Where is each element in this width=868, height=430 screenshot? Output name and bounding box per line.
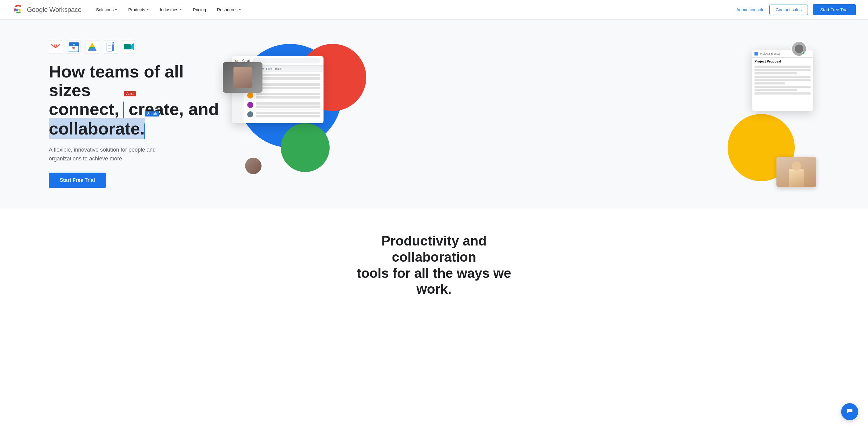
contact-sales-button[interactable]: Contact sales <box>769 5 808 15</box>
bottom-section: Productivity and collaboration tools for… <box>0 208 868 316</box>
nav-industries[interactable]: Industries <box>155 5 187 14</box>
svg-text:31: 31 <box>72 47 76 50</box>
navbar-actions: Admin console Contact sales Start Free T… <box>737 4 856 15</box>
svg-rect-17 <box>108 45 112 46</box>
bottom-heading: Productivity and collaboration tools for… <box>342 233 526 297</box>
meet-video <box>223 62 262 93</box>
cursor-label-sarah: Sarah <box>145 111 159 117</box>
docs-icon <box>104 40 117 54</box>
gmail-email-row-5 <box>244 110 323 119</box>
google-g-icon <box>12 4 24 16</box>
logo-link[interactable]: Google Workspace <box>12 4 82 16</box>
svg-text:M: M <box>54 44 57 49</box>
nav-solutions[interactable]: Solutions <box>91 5 122 14</box>
avatar-bottom-left <box>244 157 262 175</box>
cursor-bar-2 <box>144 124 145 139</box>
gmail-icon: M <box>49 40 62 54</box>
hero-subtitle: A flexible, innovative solution for peop… <box>49 145 183 163</box>
nav-resources[interactable]: Resources <box>212 5 246 14</box>
chevron-down-icon <box>147 9 149 10</box>
nav-menu: Solutions Products Industries Pricing Re… <box>91 5 737 14</box>
admin-console-button[interactable]: Admin console <box>737 7 765 12</box>
doc-line <box>754 79 811 81</box>
doc-line <box>754 69 811 71</box>
doc-title: Project Proposal <box>752 58 813 64</box>
gmail-email-row-4 <box>244 100 323 110</box>
svg-rect-19 <box>108 48 111 48</box>
doc-screen-mockup: Project Proposal Project Proposal <box>752 50 813 111</box>
brand-name: Google Workspace <box>27 6 82 14</box>
cursor-label-amit: Amit <box>124 91 136 96</box>
hero-heading: How teams of all sizes connect, Amit cre… <box>49 62 220 139</box>
hero-content: M 31 31 <box>49 40 220 188</box>
online-status-dot <box>802 52 805 55</box>
cursor-bar <box>123 102 124 119</box>
chevron-down-icon <box>239 9 241 10</box>
doc-line <box>754 82 785 85</box>
circle-green-bg <box>281 123 330 172</box>
chevron-down-icon <box>180 9 182 10</box>
doc-line <box>754 66 811 68</box>
person-photo-bottom-right <box>776 157 816 187</box>
navbar: Google Workspace Solutions Products Indu… <box>0 0 868 20</box>
hero-section: M 31 31 <box>0 20 868 208</box>
doc-line <box>754 86 811 88</box>
calendar-icon: 31 31 <box>67 40 81 54</box>
doc-line <box>754 92 811 95</box>
hero-visual: M Gmail Project Clover Files Tasks <box>220 38 819 190</box>
drive-icon <box>86 40 99 54</box>
nav-pricing[interactable]: Pricing <box>188 5 211 14</box>
doc-line <box>754 72 797 74</box>
meet-screen-mockup <box>223 62 262 93</box>
start-trial-nav-button[interactable]: Start Free Trial <box>813 4 856 15</box>
app-icons-row: M 31 31 <box>49 40 220 54</box>
chevron-down-icon <box>115 9 117 10</box>
svg-rect-21 <box>124 44 131 49</box>
nav-products[interactable]: Products <box>123 5 154 14</box>
start-trial-hero-button[interactable]: Start Free Trial <box>49 173 106 188</box>
gmail-search-bar <box>253 58 320 63</box>
meet-person <box>234 67 252 88</box>
svg-rect-18 <box>108 47 113 47</box>
doc-line <box>754 76 811 78</box>
avatar-top-right <box>791 41 807 57</box>
meet-icon <box>122 40 135 54</box>
highlight-collaborate: collaborate. Sarah <box>49 118 145 139</box>
doc-line <box>754 89 797 91</box>
